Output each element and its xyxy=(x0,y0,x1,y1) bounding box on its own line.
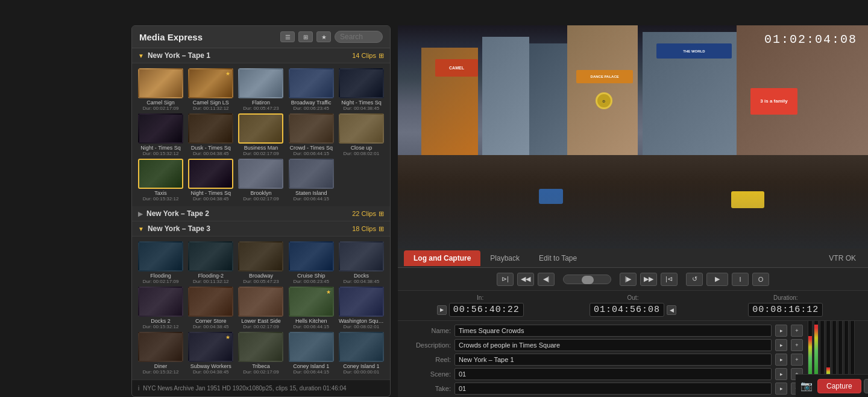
jog-knob[interactable] xyxy=(582,276,594,284)
clip-name: Crowd - Times Sq xyxy=(289,145,334,151)
star-view-button[interactable]: ★ xyxy=(316,31,331,42)
step-forward-button[interactable]: |▶ xyxy=(620,273,637,286)
go-to-out-button[interactable]: |⊲ xyxy=(661,273,678,286)
clip-duration: Dur: 00:02:17:09 xyxy=(138,106,183,111)
meta-scene-btn1[interactable]: ▸ xyxy=(775,368,787,380)
loop-button[interactable]: ↺ xyxy=(686,273,703,286)
meta-name-btn1[interactable]: ▸ xyxy=(775,325,787,337)
clip-thumbnail xyxy=(289,241,334,272)
meta-reel-row: Reel: ▸ + xyxy=(404,354,803,366)
mark-out-button[interactable]: O xyxy=(752,273,769,286)
meta-desc-btn1[interactable]: ▸ xyxy=(775,339,787,351)
clip-name: Hells Kitchen xyxy=(289,318,334,324)
meta-reel-btn2[interactable]: + xyxy=(791,354,803,366)
meta-take-btn1[interactable]: ▸ xyxy=(775,383,787,395)
mark-in-button[interactable]: I xyxy=(732,273,749,286)
clip-name: Coney Island 1 xyxy=(289,363,334,369)
tc-out-label: Out: xyxy=(627,294,639,301)
clip-item[interactable]: Lower East SideDur: 00:02:17:09 xyxy=(237,287,285,329)
step-back-button[interactable]: ◀| xyxy=(538,273,555,286)
clip-item[interactable]: TribecaDur: 00:02:17:09 xyxy=(237,332,285,375)
jog-shuttle[interactable] xyxy=(563,275,611,284)
clip-item[interactable]: Night - Times SqDur: 00:04:38:45 xyxy=(338,68,385,111)
tc-dur-value[interactable]: 00:08:16:12 xyxy=(748,303,823,317)
go-to-in-button[interactable]: ⊳| xyxy=(497,273,514,286)
clip-item[interactable]: TaxisDur: 00:15:32:12 xyxy=(137,159,184,202)
tab-bar: Log and Capture Playback Edit to Tape VT… xyxy=(398,249,868,268)
meta-scene-row: Scene: ▸ + xyxy=(404,368,803,380)
clip-duration: Dur: 00:11:32:12 xyxy=(188,279,233,284)
tc-in-play-button[interactable]: ▶ xyxy=(437,305,447,315)
clip-item[interactable]: DocksDur: 00:04:38:45 xyxy=(338,241,385,284)
tape2-section-header[interactable]: ▶ New York – Tape 2 22 Clips ⊞ xyxy=(132,206,390,221)
tc-in-value[interactable]: 00:56:40:22 xyxy=(449,303,524,317)
clip-item[interactable]: Camel SignDur: 00:02:17:09 xyxy=(137,68,184,111)
tc-out-mark-button[interactable]: ◀ xyxy=(667,305,676,315)
clip-name: Staten Island xyxy=(289,190,334,196)
play-button[interactable]: ▶ xyxy=(706,273,728,286)
clip-item[interactable]: DinerDur: 00:15:32:12 xyxy=(137,332,184,375)
clip-name: Docks xyxy=(339,273,384,279)
tab-log-capture[interactable]: Log and Capture xyxy=(404,250,480,266)
tape3-section-header[interactable]: ▼ New York – Tape 3 18 Clips ⊞ xyxy=(132,221,390,237)
capture-button[interactable]: Capture xyxy=(817,379,861,393)
clip-name: Dusk - Times Sq xyxy=(188,145,233,151)
clip-item[interactable]: Flooding-2Dur: 00:11:32:12 xyxy=(187,241,234,284)
clip-item[interactable]: FloodingDur: 00:02:17:09 xyxy=(137,241,184,284)
list-view-button[interactable]: ☰ xyxy=(280,31,295,42)
clip-name: Broadway Traffic xyxy=(289,100,334,106)
clip-thumbnail xyxy=(339,287,384,317)
rain-reflection xyxy=(398,182,868,249)
clip-item[interactable]: BroadwayDur: 00:05:47:23 xyxy=(237,241,285,284)
clip-item[interactable]: Cruise ShipDur: 00:06:23:45 xyxy=(288,241,335,284)
clip-item[interactable]: Business ManDur: 00:02:17:09 xyxy=(237,113,285,156)
clip-duration: Dur: 00:08:02:01 xyxy=(339,151,384,156)
tc-out-value[interactable]: 01:04:56:08 xyxy=(590,303,664,317)
clip-thumbnail: ★ xyxy=(188,332,233,362)
meta-take-input[interactable] xyxy=(454,383,772,395)
clip-item[interactable]: Coney Island 1Dur: 00:00:00:01 xyxy=(338,332,385,375)
clip-item[interactable]: Corner StoreDur: 00:04:38:45 xyxy=(187,287,234,329)
meta-reel-input[interactable] xyxy=(454,354,772,366)
clip-item[interactable]: Docks 2Dur: 00:15:32:12 xyxy=(137,287,184,329)
clip-item[interactable]: Washington SquareDur: 00:08:02:01 xyxy=(338,287,385,329)
clip-thumbnail xyxy=(339,113,384,144)
clip-duration: Dur: 00:06:23:45 xyxy=(289,106,334,111)
meta-scene-input[interactable] xyxy=(454,368,772,380)
clip-item[interactable]: ★Subway WorkersDur: 00:04:38:45 xyxy=(187,332,234,375)
clip-name: Flatiron xyxy=(238,100,283,106)
meta-desc-input[interactable] xyxy=(454,339,772,351)
clip-item[interactable]: Night - Times SqDur: 00:15:32:12 xyxy=(137,113,184,156)
tape1-section-header[interactable]: ▼ New York – Tape 1 14 Clips ⊞ xyxy=(132,48,390,63)
meta-reel-btn1[interactable]: ▸ xyxy=(775,354,787,366)
star-icon: ★ xyxy=(326,289,331,295)
clip-item[interactable]: BrooklynDur: 00:02:17:09 xyxy=(237,159,285,202)
clip-item[interactable]: Dusk - Times SqDur: 00:04:38:45 xyxy=(187,113,234,156)
clip-thumbnail xyxy=(289,159,334,189)
tab-edit-to-tape[interactable]: Edit to Tape xyxy=(529,250,587,266)
meta-desc-btn2[interactable]: + xyxy=(791,339,803,351)
grid-view-button[interactable]: ⊞ xyxy=(298,31,313,42)
clip-item[interactable]: ★Camel Sign LSDur: 00:11:32:12 xyxy=(187,68,234,111)
clip-item[interactable]: Close upDur: 00:08:02:01 xyxy=(338,113,385,156)
app-title: Media Express xyxy=(139,32,203,42)
clip-item[interactable]: Crowd - Times SqDur: 00:06:44:15 xyxy=(288,113,335,156)
tab-playback[interactable]: Playback xyxy=(480,250,529,266)
clip-item[interactable]: Coney Island 1Dur: 00:06:44:15 xyxy=(288,332,335,375)
building-3 xyxy=(529,43,567,159)
clip-button[interactable]: Clip xyxy=(864,379,868,393)
meta-take-row: Take: ▸ + xyxy=(404,383,803,395)
rewind-button[interactable]: ◀◀ xyxy=(517,273,534,286)
meta-name-btn2[interactable]: + xyxy=(791,325,803,337)
clip-item[interactable]: Broadway TrafficDur: 00:06:23:45 xyxy=(288,68,335,111)
clip-name: Flooding xyxy=(138,273,183,279)
search-input[interactable] xyxy=(335,31,383,43)
clip-item[interactable]: ★Hells KitchenDur: 00:06:44:15 xyxy=(288,287,335,329)
meta-name-input[interactable] xyxy=(454,325,772,337)
clip-item[interactable]: Staten IslandDur: 00:06:44:15 xyxy=(288,159,335,202)
clip-item[interactable]: FlatironDur: 00:05:47:23 xyxy=(237,68,285,111)
fast-forward-button[interactable]: ▶▶ xyxy=(640,273,657,286)
clip-thumbnail xyxy=(339,68,384,98)
clip-duration: Dur: 00:05:47:23 xyxy=(238,106,283,111)
clip-item[interactable]: Night - Times SqDur: 00:04:38:45 xyxy=(187,159,234,202)
